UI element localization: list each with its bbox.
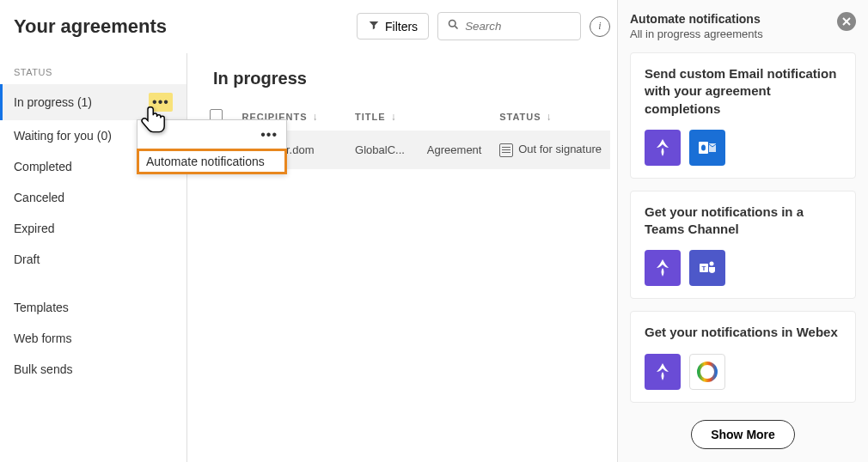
automate-context-menu: ••• Automate notifications [137,119,287,174]
ellipsis-icon[interactable]: ••• [260,127,278,143]
sidebar-item-label: Waiting for you (0) [14,129,112,143]
col-title[interactable]: TITLE ↓ [346,102,419,131]
acrobat-icon [645,354,681,390]
svg-point-0 [449,21,456,27]
svg-point-5 [701,144,706,150]
right-panel: Automate notifications All in progress a… [617,0,868,462]
top-toolbar: Filters i [357,12,610,40]
filters-button[interactable]: Filters [357,13,429,40]
col-status[interactable]: STATUS ↓ [491,102,610,131]
cell-type: Agreement [419,131,491,169]
section-title: In progress [201,60,610,102]
close-button[interactable] [837,12,856,31]
sidebar-item-label: Completed [14,160,72,173]
search-input[interactable] [465,20,568,33]
status-heading: STATUS [0,62,186,84]
card-title: Get your notifications in a Teams Channe… [645,204,841,239]
card-webex-notification[interactable]: Get your notifications in Webex [630,311,856,402]
col-label: TITLE [355,112,386,122]
document-icon [499,143,513,157]
svg-text:T: T [702,264,706,272]
cell-status: Out for signature [491,131,610,169]
svg-point-9 [699,363,716,380]
search-icon [447,18,460,34]
sidebar-item-expired[interactable]: Expired [0,213,186,244]
chevron-down-icon: ↓ [547,111,553,123]
sidebar-item-label: Web forms [14,331,71,345]
status-text: Out for signature [518,143,602,155]
filter-icon [368,19,380,33]
chevron-down-icon: ↓ [313,111,319,123]
col-label: STATUS [499,112,541,122]
cell-title: GlobalC... [346,131,419,169]
svg-line-1 [455,26,458,28]
teams-icon: T [689,250,725,286]
webex-icon [689,354,725,390]
sidebar-item-label: Expired [14,222,54,235]
sidebar-item-webforms[interactable]: Web forms [0,323,186,354]
automate-notifications-menuitem[interactable]: Automate notifications [137,149,287,174]
svg-point-8 [710,262,714,266]
sidebar-item-label: Canceled [14,191,64,204]
outlook-icon [689,130,725,166]
sidebar-item-canceled[interactable]: Canceled [0,182,186,213]
sidebar-item-label: Bulk sends [14,362,72,376]
info-icon[interactable]: i [590,16,610,37]
sidebar: STATUS In progress (1) ••• Waiting for y… [0,53,187,462]
card-teams-notification[interactable]: Get your notifications in a Teams Channe… [630,191,856,300]
sidebar-item-label: Templates [14,301,69,314]
more-dots-icon[interactable]: ••• [149,93,173,112]
search-box[interactable] [437,12,581,40]
sidebar-item-draft[interactable]: Draft [0,244,186,275]
acrobat-icon [645,250,681,286]
panel-subtitle: All in progress agreements [630,27,763,40]
sidebar-item-inprogress[interactable]: In progress (1) ••• [0,84,186,120]
card-title: Get your notifications in Webex [645,324,841,341]
filters-label: Filters [385,20,418,33]
card-email-notification[interactable]: Send custom Email notification with your… [630,52,856,179]
panel-title: Automate notifications [630,12,763,26]
chevron-down-icon: ↓ [391,111,397,123]
sidebar-item-label: In progress (1) [14,95,92,109]
sidebar-item-label: Draft [14,252,40,266]
card-title: Send custom Email notification with your… [645,65,841,118]
sidebar-item-bulksends[interactable]: Bulk sends [0,354,186,385]
acrobat-icon [645,130,681,166]
show-more-button[interactable]: Show More [691,420,795,449]
sidebar-item-templates[interactable]: Templates [0,292,186,323]
